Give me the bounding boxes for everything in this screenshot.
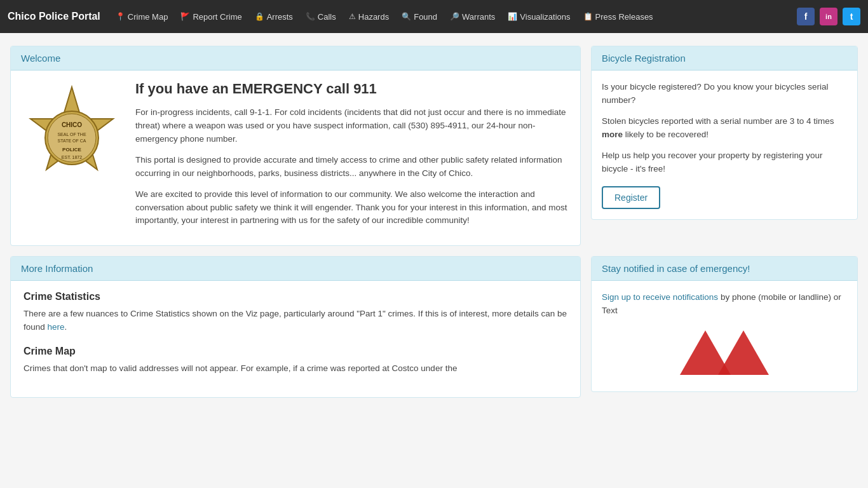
- alert-triangles: [602, 324, 847, 381]
- welcome-body: CHICO SEAL OF THE STATE OF CA POLICE EST…: [11, 71, 580, 245]
- crime-stats-text: There are a few nuances to Crime Statist…: [24, 308, 567, 334]
- calls-icon: 📞: [306, 12, 315, 21]
- nav-hazards[interactable]: ⚠ Hazards: [342, 0, 395, 33]
- more-info-body: Crime Statistics There are a few nuances…: [11, 281, 580, 397]
- found-icon: 🔍: [402, 12, 411, 21]
- crime-map-icon: 📍: [116, 12, 125, 21]
- nav-crime-map[interactable]: 📍 Crime Map: [109, 0, 175, 33]
- crime-stats-heading: Crime Statistics: [24, 291, 567, 302]
- press-releases-icon: 📋: [583, 12, 593, 21]
- svg-text:SEAL OF THE: SEAL OF THE: [57, 132, 86, 137]
- welcome-text-block: If you have an EMERGENCY call 911 For in…: [135, 81, 570, 235]
- bicycle-paragraph-2: Stolen bicycles reported with a serial n…: [602, 115, 847, 142]
- instagram-icon[interactable]: in: [820, 8, 837, 25]
- nav-press-releases[interactable]: 📋 Press Releases: [577, 0, 660, 33]
- signup-link[interactable]: Sign up to receive notifications: [602, 292, 718, 302]
- emergency-heading: If you have an EMERGENCY call 911: [135, 81, 570, 97]
- nav-found[interactable]: 🔍 Found: [395, 0, 444, 33]
- portal-description: This portal is designed to provide accur…: [135, 154, 570, 180]
- emergency-text: Sign up to receive notifications by phon…: [602, 291, 847, 318]
- report-crime-icon: 🚩: [180, 12, 190, 21]
- emergency-paragraph-1: For in-progress incidents, call 9-1-1. F…: [135, 106, 570, 146]
- welcome-header: Welcome: [11, 46, 580, 71]
- emergency-notify-card: Stay notified in case of emergency! Sign…: [591, 256, 858, 392]
- nav-calls[interactable]: 📞 Calls: [299, 0, 342, 33]
- police-badge-image: CHICO SEAL OF THE STATE OF CA POLICE EST…: [24, 84, 119, 205]
- nav-arrests[interactable]: 🔒 Arrests: [248, 0, 299, 33]
- svg-text:STATE OF CA: STATE OF CA: [58, 139, 86, 143]
- warrants-icon: 🔎: [450, 12, 459, 21]
- alert-triangles-svg: [674, 324, 775, 381]
- welcome-card: Welcome CHICO SEAL OF THE STATE OF CA: [10, 46, 581, 246]
- svg-text:EST. 1872: EST. 1872: [62, 155, 82, 159]
- nav-links: 📍 Crime Map 🚩 Report Crime 🔒 Arrests 📞 C…: [109, 0, 797, 33]
- emergency-body: Sign up to receive notifications by phon…: [592, 281, 857, 391]
- police-badge-container: CHICO SEAL OF THE STATE OF CA POLICE EST…: [21, 81, 123, 208]
- bicycle-header: Bicycle Registration: [592, 46, 857, 71]
- site-brand[interactable]: Chico Police Portal: [8, 11, 100, 22]
- svg-text:POLICE: POLICE: [62, 147, 81, 152]
- svg-marker-9: [718, 330, 769, 375]
- facebook-icon[interactable]: f: [797, 8, 815, 25]
- more-info-header: More Information: [11, 257, 580, 281]
- bicycle-paragraph-3: Help us help you recover your property b…: [602, 149, 847, 176]
- nav-visualizations[interactable]: 📊 Visualizations: [501, 0, 576, 33]
- social-links: f in t: [797, 8, 860, 25]
- visualizations-icon: 📊: [508, 12, 517, 21]
- welcome-inner: CHICO SEAL OF THE STATE OF CA POLICE EST…: [21, 81, 570, 235]
- bicycle-body: Is your bicycle registered? Do you know …: [592, 71, 857, 219]
- more-info-card: More Information Crime Statistics There …: [10, 256, 581, 398]
- nav-warrants[interactable]: 🔎 Warrants: [444, 0, 501, 33]
- community-message: We are excited to provide this level of …: [135, 188, 570, 228]
- emergency-notify-header: Stay notified in case of emergency!: [592, 257, 857, 281]
- svg-text:CHICO: CHICO: [62, 121, 82, 128]
- crime-stats-link[interactable]: here: [48, 322, 65, 332]
- hazards-icon: ⚠: [349, 12, 356, 21]
- crime-map-heading: Crime Map: [24, 346, 567, 357]
- bicycle-paragraph-1: Is your bicycle registered? Do you know …: [602, 81, 847, 107]
- twitter-icon[interactable]: t: [843, 8, 860, 25]
- nav-report-crime[interactable]: 🚩 Report Crime: [174, 0, 248, 33]
- crime-map-text: Crimes that don't map to valid addresses…: [24, 362, 567, 376]
- page-content: Welcome CHICO SEAL OF THE STATE OF CA: [0, 33, 868, 410]
- arrests-icon: 🔒: [255, 12, 264, 21]
- bicycle-card: Bicycle Registration Is your bicycle reg…: [591, 46, 858, 220]
- register-button[interactable]: Register: [602, 186, 660, 209]
- navigation: Chico Police Portal 📍 Crime Map 🚩 Report…: [0, 0, 868, 33]
